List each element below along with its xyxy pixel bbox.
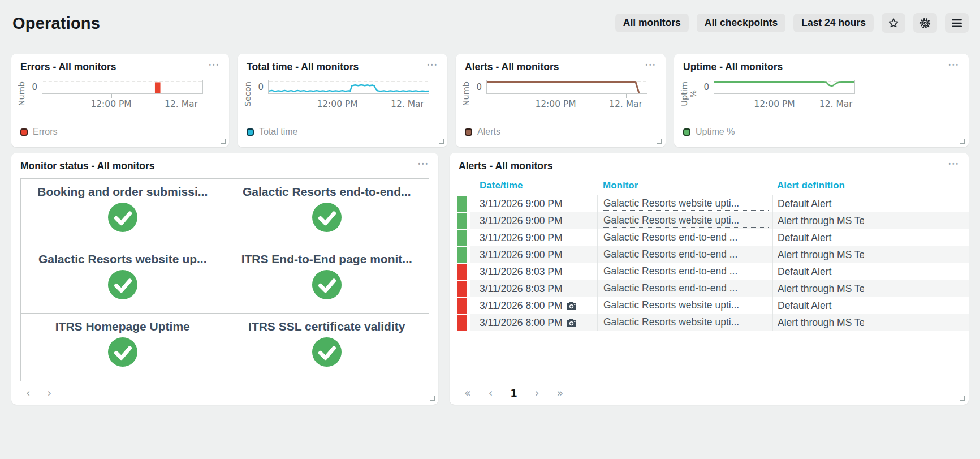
card-resize-handle[interactable] xyxy=(960,396,965,401)
legend-swatch-total-time xyxy=(247,128,254,136)
monitor-status-cell[interactable]: Galactic Resorts website up... xyxy=(21,246,225,314)
x-axis: 12:00 PM12. Mar xyxy=(486,94,647,113)
alert-monitor-link[interactable]: Galactic Resorts end-to-end ... xyxy=(603,282,769,295)
card-title: Errors - All monitors xyxy=(20,61,116,73)
monitor-status-cell[interactable]: Galactic Resorts end-to-end... xyxy=(225,179,429,246)
alert-monitor-link[interactable]: Galactic Resorts website upti... xyxy=(603,215,769,228)
alert-definition: Alert through MS Teams xyxy=(778,317,864,329)
card-menu-icon[interactable]: ••• xyxy=(641,61,657,69)
monitor-status-card: Monitor status - All monitors ••• Bookin… xyxy=(11,153,438,405)
all-checkpoints-button[interactable]: All checkpoints xyxy=(697,14,785,33)
all-monitors-button[interactable]: All monitors xyxy=(615,14,689,33)
legend-label: Errors xyxy=(33,127,58,137)
errors-sparkline-chart[interactable] xyxy=(42,80,203,94)
pager-next-icon[interactable]: › xyxy=(535,388,539,398)
alert-row[interactable]: 3/11/2026 9:00 PM Galactic Resorts websi… xyxy=(457,195,969,212)
legend-swatch-alerts xyxy=(465,128,472,136)
alert-definition: Alert through MS Teams xyxy=(778,283,864,295)
pager-prev-icon[interactable]: ‹ xyxy=(489,388,493,398)
x-axis-tickmark xyxy=(836,94,836,98)
chart-legend[interactable]: Total time xyxy=(247,127,297,137)
alert-status-block xyxy=(457,281,467,297)
uptime-sparkline-chart[interactable] xyxy=(714,80,855,94)
y-axis-label: Secon xyxy=(243,80,252,108)
monitor-name: Galactic Resorts end-to-end... xyxy=(232,185,422,199)
monitor-status-grid: Booking and order submissi... Galactic R… xyxy=(20,178,429,381)
x-axis: 12:00 PM12. Mar xyxy=(42,94,203,113)
card-resize-handle[interactable] xyxy=(439,139,444,144)
alert-row[interactable]: 3/11/2026 8:00 PM Galactic Resorts websi… xyxy=(457,297,969,314)
status-ok-check-icon xyxy=(232,270,422,302)
legend-swatch-errors xyxy=(20,128,28,136)
alert-row[interactable]: 3/11/2026 8:00 PM Galactic Resorts websi… xyxy=(457,314,969,331)
column-header-alert-definition[interactable]: Alert definition xyxy=(772,180,969,191)
menu-button[interactable] xyxy=(945,13,969,33)
x-axis: 12:00 PM12. Mar xyxy=(714,94,855,113)
star-icon xyxy=(887,17,900,29)
card-menu-icon[interactable]: ••• xyxy=(204,61,220,69)
alert-row[interactable]: 3/11/2026 8:03 PM Galactic Resorts end-t… xyxy=(457,263,969,280)
monitor-name: Booking and order submissi... xyxy=(28,185,218,199)
monitor-status-cell[interactable]: ITRS SSL certificate validity xyxy=(225,314,429,381)
alerts-sparkline-chart[interactable] xyxy=(486,80,647,94)
pager-first-icon[interactable]: « xyxy=(464,388,471,398)
alert-monitor-link[interactable]: Galactic Resorts website upti... xyxy=(603,198,769,211)
settings-button[interactable] xyxy=(913,13,937,33)
card-menu-icon[interactable]: ••• xyxy=(944,61,960,69)
column-header-monitor[interactable]: Monitor xyxy=(597,180,772,191)
alert-row[interactable]: 3/11/2026 9:00 PM Galactic Resorts end-t… xyxy=(457,229,969,246)
x-axis-tickmark xyxy=(408,94,408,98)
monitor-status-cell[interactable]: ITRS End-to-End page monit... xyxy=(225,246,429,314)
alert-monitor-link[interactable]: Galactic Resorts end-to-end ... xyxy=(603,231,769,244)
status-ok-check-icon xyxy=(232,203,422,234)
card-resize-handle[interactable] xyxy=(221,139,226,144)
alerts-table-body: 3/11/2026 9:00 PM Galactic Resorts websi… xyxy=(457,195,969,331)
chart-legend[interactable]: Uptime % xyxy=(683,127,735,137)
card-menu-icon[interactable]: ••• xyxy=(422,61,438,69)
alert-status-block xyxy=(457,298,467,314)
monitor-name: Galactic Resorts website up... xyxy=(28,252,218,266)
pager-next-icon[interactable]: › xyxy=(48,388,52,398)
alert-monitor-link[interactable]: Galactic Resorts website upti... xyxy=(603,299,769,312)
legend-label: Alerts xyxy=(477,127,500,137)
alert-row[interactable]: 3/11/2026 8:03 PM Galactic Resorts end-t… xyxy=(457,280,969,297)
alert-status-block xyxy=(457,230,467,246)
alert-monitor-link[interactable]: Galactic Resorts end-to-end ... xyxy=(603,265,769,278)
card-resize-handle[interactable] xyxy=(960,139,965,144)
alert-status-block xyxy=(457,247,467,263)
monitor-status-pager: ‹ › xyxy=(26,388,51,398)
total-time-sparkline-chart[interactable] xyxy=(268,80,429,94)
card-menu-icon[interactable]: ••• xyxy=(944,160,960,168)
alert-row[interactable]: 3/11/2026 9:00 PM Galactic Resorts websi… xyxy=(457,212,969,229)
card-menu-icon[interactable]: ••• xyxy=(413,160,429,168)
status-ok-check-icon xyxy=(28,203,218,234)
time-period-button[interactable]: Last 24 hours xyxy=(793,14,874,33)
alerts-table: Date/time Monitor Alert definition 3/11/… xyxy=(457,180,969,331)
alert-status-block xyxy=(457,213,467,229)
status-ok-check-icon xyxy=(232,337,422,369)
uptime-chart-card: Uptime - All monitors ••• Uptim% 0 12:00… xyxy=(674,54,969,147)
column-header-datetime[interactable]: Date/time xyxy=(470,180,597,191)
alerts-table-header: Date/time Monitor Alert definition xyxy=(457,180,969,195)
alert-datetime: 3/11/2026 9:00 PM xyxy=(480,198,563,210)
alert-definition: Alert through MS Teams xyxy=(778,215,864,227)
alert-row[interactable]: 3/11/2026 9:00 PM Galactic Resorts end-t… xyxy=(457,246,969,263)
x-axis: 12:00 PM12. Mar xyxy=(268,94,429,113)
x-axis-tick-label: 12. Mar xyxy=(391,99,424,109)
chart-legend[interactable]: Alerts xyxy=(465,127,500,137)
y-axis-label: Numb xyxy=(17,80,26,108)
favorite-button[interactable] xyxy=(882,13,905,33)
card-resize-handle[interactable] xyxy=(430,396,435,401)
alert-definition: Alert through MS Teams xyxy=(778,249,864,261)
monitor-status-cell[interactable]: ITRS Homepage Uptime xyxy=(21,314,225,381)
alert-monitor-link[interactable]: Galactic Resorts website upti... xyxy=(603,316,769,329)
monitor-status-cell[interactable]: Booking and order submissi... xyxy=(21,179,225,246)
screenshot-camera-icon xyxy=(567,319,576,327)
alert-monitor-link[interactable]: Galactic Resorts end-to-end ... xyxy=(603,248,769,261)
pager-prev-icon[interactable]: ‹ xyxy=(26,388,31,398)
pager-last-icon[interactable]: » xyxy=(556,388,563,398)
pager-current-page[interactable]: 1 xyxy=(510,388,517,398)
card-resize-handle[interactable] xyxy=(657,139,662,144)
hamburger-icon xyxy=(951,19,962,28)
chart-legend[interactable]: Errors xyxy=(20,127,58,137)
